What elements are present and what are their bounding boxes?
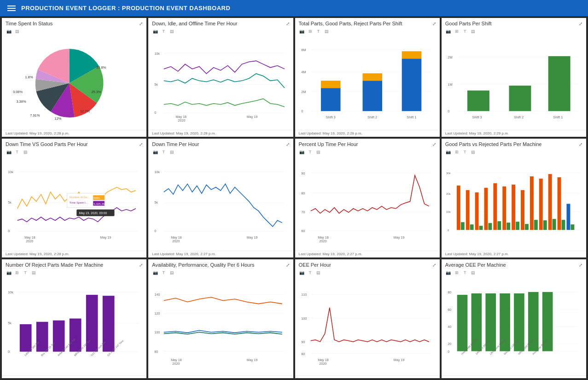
grid-icon-9[interactable]: ⊞	[14, 269, 20, 276]
settings-icon-3[interactable]: ▤	[324, 28, 330, 35]
toolbar-9: 📷 ⊞ T ▤	[2, 269, 146, 277]
settings-icon-7[interactable]: ▤	[315, 149, 322, 155]
expand-icon-8[interactable]: ⤢	[579, 142, 582, 147]
t-icon-9[interactable]: T	[22, 269, 29, 276]
svg-text:Time Spent I...: Time Spent I...	[70, 201, 88, 205]
grid-icon-3[interactable]: ⊞	[307, 28, 314, 35]
camera-icon-6[interactable]: 📷	[152, 149, 158, 155]
t-icon-3[interactable]: T	[315, 28, 322, 35]
expand-icon-3[interactable]: ⤢	[432, 21, 436, 26]
panel-oee-per-hour: OEE Per Hour ⤢ 📷 T ▤ 110 100 90 80 May 1…	[295, 259, 440, 378]
settings-icon-6[interactable]: ▤	[169, 149, 175, 155]
camera-icon-7[interactable]: 📷	[299, 149, 305, 155]
svg-rect-104	[512, 185, 515, 230]
t-icon-2[interactable]: T	[160, 28, 167, 35]
expand-icon-1[interactable]: ⤢	[139, 21, 143, 26]
t-icon-5[interactable]: T	[14, 149, 20, 155]
svg-text:2020: 2020	[172, 362, 180, 366]
hamburger-menu[interactable]	[7, 6, 16, 11]
t-icon-4[interactable]: T	[462, 28, 468, 35]
camera-icon-11[interactable]: 📷	[299, 269, 305, 276]
settings-icon-8[interactable]: ▤	[470, 149, 477, 155]
svg-text:May 19, 2020, 09:00: May 19, 2020, 09:00	[79, 211, 107, 215]
panel-title-4: Good Parts Per Shift	[445, 21, 492, 26]
t-icon-6[interactable]: T	[160, 149, 167, 155]
expand-icon-10[interactable]: ⤢	[286, 263, 290, 268]
chart-footer-2: Last Updated: May 19, 2020, 2:28 p.m.	[148, 130, 293, 137]
svg-rect-42	[548, 56, 570, 111]
svg-rect-110	[539, 179, 543, 230]
toolbar-8: 📷 ⊞ T ▤	[442, 149, 586, 156]
expand-icon-2[interactable]: ⤢	[286, 21, 290, 26]
settings-icon-4[interactable]: ▤	[470, 28, 477, 35]
svg-text:100: 100	[154, 330, 160, 334]
svg-text:Number of Go...: Number of Go...	[70, 195, 90, 199]
panel-avg-oee-machine: Average OEE Per Machine ⤢ 📷 ⊞ T ▤ 80 60 …	[442, 259, 586, 378]
svg-rect-125	[36, 322, 48, 352]
settings-icon-10[interactable]: ▤	[169, 269, 175, 276]
camera-icon-3[interactable]: 📷	[299, 28, 305, 35]
camera-icon-10[interactable]: 📷	[152, 269, 158, 276]
svg-text:60: 60	[448, 308, 451, 312]
svg-rect-101	[497, 221, 501, 230]
settings-icon-1[interactable]: ▤	[14, 28, 20, 35]
svg-text:10k: 10k	[154, 170, 160, 174]
toolbar-1: 📷 ▤	[2, 28, 146, 35]
chart-footer-3: Last Updated: May 19, 2020, 2:28 p.m.	[295, 130, 440, 137]
svg-rect-115	[561, 220, 565, 230]
camera-icon-8[interactable]: 📷	[445, 149, 452, 155]
grid-icon-12[interactable]: ⊞	[454, 269, 460, 276]
svg-text:Shift 2: Shift 2	[514, 115, 524, 119]
svg-rect-97	[479, 226, 483, 230]
panel-title-11: OEE Per Hour	[299, 262, 331, 268]
settings-icon-2[interactable]: ▤	[169, 28, 175, 35]
expand-icon-7[interactable]: ⤢	[432, 142, 436, 147]
expand-icon-9[interactable]: ⤢	[139, 263, 143, 268]
expand-icon-12[interactable]: ⤢	[579, 263, 582, 268]
svg-text:100: 100	[301, 316, 307, 321]
svg-text:0: 0	[154, 111, 156, 115]
expand-icon-5[interactable]: ⤢	[139, 142, 143, 147]
panel-title-7: Percent Up Time Per Hour	[299, 141, 358, 147]
camera-icon-12[interactable]: 📷	[445, 269, 452, 276]
camera-icon-1[interactable]: 📷	[6, 28, 12, 35]
svg-text:Shift 1: Shift 1	[553, 115, 563, 119]
svg-text:4M: 4M	[301, 70, 306, 74]
chart-footer-6: Last Updated: May 19, 2020, 2:27 p.m.	[148, 251, 293, 257]
settings-icon-12[interactable]: ▤	[470, 269, 477, 276]
t-icon-12[interactable]: T	[462, 269, 468, 276]
svg-rect-127	[70, 319, 82, 352]
t-icon-7[interactable]: T	[307, 149, 314, 155]
expand-icon-11[interactable]: ⤢	[432, 263, 436, 268]
settings-icon-11[interactable]: ▤	[315, 269, 322, 276]
svg-text:2020: 2020	[26, 239, 33, 243]
panel-title-12: Average OEE Per Machine	[445, 262, 506, 268]
svg-rect-93	[461, 222, 465, 230]
panel-time-spent-status: Time Spent In Status ⤢ 📷 ▤	[2, 18, 146, 137]
expand-icon-4[interactable]: ⤢	[579, 21, 582, 26]
svg-text:Shift 1: Shift 1	[407, 115, 416, 119]
camera-icon-5[interactable]: 📷	[6, 149, 12, 155]
grid-icon-8[interactable]: ⊞	[454, 149, 460, 155]
svg-rect-111	[543, 220, 547, 230]
expand-icon-6[interactable]: ⤢	[286, 142, 290, 147]
chart-body-11: 110 100 90 80 May 18 2020 May 19	[295, 277, 440, 375]
svg-text:60: 60	[301, 229, 305, 233]
camera-icon-9[interactable]: 📷	[6, 269, 12, 276]
svg-rect-116	[566, 204, 570, 230]
svg-rect-25	[320, 88, 340, 111]
camera-icon-4[interactable]: 📷	[445, 28, 452, 35]
svg-text:2M: 2M	[448, 55, 452, 59]
panel-title-9: Number Of Reject Parts Made Per Machine	[6, 262, 103, 268]
grid-icon-4[interactable]: ⊞	[454, 28, 460, 35]
settings-icon-9[interactable]: ▤	[30, 269, 37, 276]
svg-rect-30	[402, 51, 421, 58]
svg-rect-105	[516, 222, 519, 230]
t-icon-8[interactable]: T	[462, 149, 468, 155]
t-icon-11[interactable]: T	[307, 269, 314, 276]
svg-text:Shift 3: Shift 3	[472, 115, 482, 119]
camera-icon-2[interactable]: 📷	[152, 28, 158, 35]
t-icon-10[interactable]: T	[160, 269, 167, 276]
svg-text:2020: 2020	[172, 239, 180, 243]
settings-icon-5[interactable]: ▤	[22, 149, 29, 155]
